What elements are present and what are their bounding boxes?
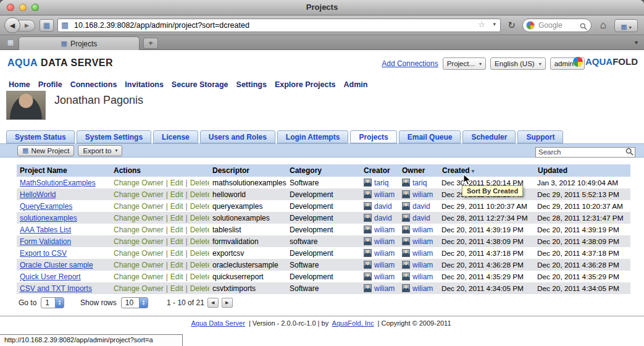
creator-link[interactable]: wiliam: [374, 261, 395, 269]
tab-groups-button[interactable]: ▦: [5, 38, 16, 48]
delete-link[interactable]: Delete: [190, 214, 209, 222]
owner-link[interactable]: wiliam: [412, 261, 433, 269]
delete-link[interactable]: Delete: [190, 179, 209, 187]
url-dropdown-icon[interactable]: ▾: [493, 21, 496, 27]
edit-link[interactable]: Edit: [170, 249, 183, 258]
owner-link[interactable]: wiliam: [412, 272, 433, 281]
edit-link[interactable]: Edit: [170, 226, 183, 234]
owner-link[interactable]: david: [412, 202, 430, 211]
delete-link[interactable]: Delete: [190, 237, 209, 246]
show-rows-select[interactable]: 10 ▲▼: [121, 297, 148, 308]
owner-link[interactable]: wiliam: [412, 249, 433, 258]
bookmark-star-icon[interactable]: ☆: [478, 20, 485, 29]
reload-button[interactable]: ↻: [504, 19, 519, 32]
add-connections-link[interactable]: Add Connections: [382, 59, 438, 68]
project-select[interactable]: Project... ▾: [443, 57, 486, 70]
column-updated[interactable]: Updated: [535, 164, 630, 177]
delete-link[interactable]: Delete: [190, 284, 209, 293]
nav-admin[interactable]: Admin: [344, 80, 368, 89]
creator-link[interactable]: wiliam: [374, 226, 395, 234]
delete-link[interactable]: Delete: [190, 190, 209, 199]
stepper-arrows-icon[interactable]: ▲▼: [139, 298, 148, 308]
column-owner[interactable]: Owner: [399, 164, 439, 177]
tab-projects[interactable]: Projects: [350, 130, 396, 143]
delete-link[interactable]: Delete: [190, 202, 209, 211]
edit-link[interactable]: Edit: [170, 284, 183, 293]
creator-link[interactable]: wiliam: [374, 249, 395, 258]
language-select[interactable]: English (US) ▾: [490, 57, 546, 70]
change-owner-link[interactable]: Change Owner: [114, 237, 164, 246]
delete-link[interactable]: Delete: [190, 249, 209, 258]
edit-link[interactable]: Edit: [170, 214, 183, 222]
page-icon-button[interactable]: ▦: [40, 19, 54, 32]
change-owner-link[interactable]: Change Owner: [114, 202, 164, 211]
tab-login-attempts[interactable]: Login Attempts: [277, 130, 349, 143]
stepper-arrows-icon[interactable]: ▲▼: [55, 298, 64, 308]
owner-link[interactable]: wiliam: [412, 190, 433, 199]
new-project-button[interactable]: ▦ New Project: [17, 145, 74, 156]
change-owner-link[interactable]: Change Owner: [114, 214, 164, 222]
edit-link[interactable]: Edit: [170, 202, 183, 211]
tab-system-settings[interactable]: System Settings: [77, 130, 151, 143]
tab-scheduler[interactable]: Scheduler: [462, 130, 516, 143]
creator-link[interactable]: david: [374, 202, 392, 211]
home-button[interactable]: ⌂: [596, 19, 610, 32]
nav-explore-projects[interactable]: Explore Projects: [275, 80, 336, 89]
project-name-link[interactable]: Oracle Cluster sample: [20, 261, 93, 269]
nav-home[interactable]: Home: [9, 80, 30, 89]
tab-support[interactable]: Support: [517, 130, 563, 143]
tab-license[interactable]: License: [153, 130, 198, 143]
project-name-link[interactable]: AAA Tables List: [20, 226, 71, 234]
project-name-link[interactable]: HelloWorld: [20, 190, 56, 199]
owner-link[interactable]: david: [412, 214, 430, 222]
search-input[interactable]: [535, 147, 635, 158]
edit-link[interactable]: Edit: [170, 179, 183, 187]
creator-link[interactable]: wiliam: [374, 237, 395, 246]
edit-link[interactable]: Edit: [170, 261, 183, 269]
change-owner-link[interactable]: Change Owner: [114, 272, 164, 281]
owner-link[interactable]: wiliam: [412, 237, 433, 246]
project-name-link[interactable]: QueryExamples: [20, 202, 72, 211]
browser-search-field[interactable]: Google: [522, 19, 592, 32]
back-button[interactable]: ◀: [4, 17, 20, 33]
change-owner-link[interactable]: Change Owner: [114, 261, 164, 269]
bookmarks-panel-button[interactable]: ▦▾: [614, 19, 638, 32]
zoom-button[interactable]: [31, 4, 39, 11]
column-project-name[interactable]: Project Name: [17, 164, 111, 177]
new-tab-button[interactable]: +: [143, 38, 158, 49]
all-tabs-dropdown-icon[interactable]: ▾: [635, 39, 638, 46]
project-name-link[interactable]: CSV and TXT Imports: [20, 284, 92, 293]
footer-app-link[interactable]: Aqua Data Server: [191, 319, 245, 327]
export-to-button[interactable]: Export to ▾: [78, 145, 122, 156]
owner-link[interactable]: wiliam: [412, 284, 433, 293]
column-created[interactable]: Created▾: [439, 164, 535, 177]
delete-link[interactable]: Delete: [190, 226, 209, 234]
prev-page-button[interactable]: ◀: [207, 298, 219, 308]
project-name-link[interactable]: Quick User Report: [20, 272, 81, 281]
delete-link[interactable]: Delete: [190, 261, 209, 269]
creator-link[interactable]: wiliam: [374, 272, 395, 281]
url-text[interactable]: 10.168.2.39:8082/app/admin/project?sort=…: [74, 19, 473, 32]
search-icon[interactable]: [580, 22, 587, 33]
creator-link[interactable]: wiliam: [374, 190, 395, 199]
column-descriptor[interactable]: Descriptor: [209, 164, 286, 177]
nav-profile[interactable]: Profile: [38, 80, 62, 89]
tab-email-queue[interactable]: Email Queue: [399, 130, 461, 143]
browser-tab-projects[interactable]: ▦ Projects: [19, 36, 140, 50]
owner-link[interactable]: tariq: [412, 179, 427, 187]
delete-link[interactable]: Delete: [190, 272, 209, 281]
change-owner-link[interactable]: Change Owner: [114, 190, 164, 199]
edit-link[interactable]: Edit: [170, 272, 183, 281]
next-page-button[interactable]: ▶: [222, 298, 233, 308]
url-bar[interactable]: ▦ 10.168.2.39:8082/app/admin/project?sor…: [57, 19, 501, 32]
column-category[interactable]: Category: [286, 164, 361, 177]
minimize-button[interactable]: [19, 4, 27, 11]
column-creator[interactable]: Creator: [361, 164, 399, 177]
footer-company-link[interactable]: AquaFold, Inc: [332, 319, 374, 327]
edit-link[interactable]: Edit: [170, 190, 183, 199]
project-name-link[interactable]: solutionexamples: [20, 214, 77, 222]
change-owner-link[interactable]: Change Owner: [114, 249, 164, 258]
creator-link[interactable]: wiliam: [374, 284, 395, 293]
close-button[interactable]: [7, 4, 14, 11]
project-name-link[interactable]: Export to CSV: [20, 249, 67, 258]
